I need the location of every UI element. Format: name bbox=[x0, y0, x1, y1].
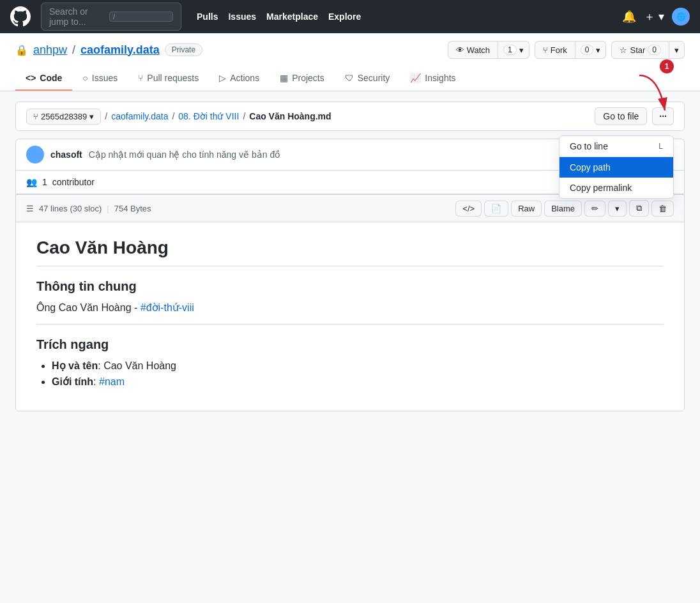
eye-icon: 👁 bbox=[456, 45, 464, 55]
commit-author[interactable]: chasoft bbox=[50, 149, 82, 160]
breadcrumb-bar: ⑂ 2565d28389 ▾ / caofamily.data / 08. Đờ… bbox=[15, 102, 685, 131]
breadcrumb: ⑂ 2565d28389 ▾ / caofamily.data / 08. Đờ… bbox=[26, 109, 331, 125]
repo-name[interactable]: caofamily.data bbox=[80, 43, 160, 57]
nav-links: Pulls Issues Marketplace Explore bbox=[197, 11, 361, 22]
github-logo[interactable] bbox=[10, 6, 31, 27]
fork-button[interactable]: ⑂ Fork bbox=[535, 41, 575, 59]
list-item: Họ và tên: Cao Văn Hoàng bbox=[52, 360, 664, 372]
star-count: 0 bbox=[648, 45, 661, 55]
tab-security-label: Security bbox=[358, 73, 390, 83]
file-title: Cao Văn Hoàng bbox=[36, 238, 664, 266]
commit-avatar bbox=[26, 146, 44, 164]
contributor-count: 1 bbox=[42, 177, 47, 187]
list-item-label-0: Họ và tên bbox=[52, 360, 98, 371]
annotation-1-wrapper: 1 bbox=[660, 59, 674, 73]
delete-button[interactable]: 🗑 bbox=[651, 201, 674, 217]
breadcrumb-folder[interactable]: 08. Đời thứ VIII bbox=[178, 111, 239, 121]
security-icon: 🛡 bbox=[345, 73, 354, 83]
star-group: ☆ Star 0 ▾ bbox=[611, 41, 685, 59]
repo-actions: 👁 Watch 1 ▾ ⑂ Fork 0 ▾ bbox=[448, 41, 685, 59]
annotation-badge-1: 1 bbox=[660, 59, 674, 73]
copy-path-item[interactable]: Copy path 2 bbox=[559, 157, 673, 178]
notifications-button[interactable]: 🔔 bbox=[622, 10, 636, 24]
star-chevron-button[interactable]: ▾ bbox=[669, 41, 685, 59]
actions-icon: ▷ bbox=[219, 73, 226, 83]
watch-count-button[interactable]: 1 ▾ bbox=[498, 41, 529, 59]
list-item-value-1[interactable]: #nam bbox=[99, 376, 125, 387]
section2-heading: Trích ngang bbox=[36, 337, 664, 352]
breadcrumb-file: Cao Văn Hoàng.md bbox=[249, 111, 331, 121]
copy-path-label: Copy path bbox=[570, 162, 611, 172]
nav-issues[interactable]: Issues bbox=[228, 11, 256, 22]
insights-icon: 📈 bbox=[410, 73, 421, 83]
copy-permalink-item[interactable]: Copy permalink bbox=[559, 178, 673, 198]
intro-link[interactable]: #đời-thứ-viii bbox=[141, 302, 194, 313]
code-icon: <> bbox=[26, 73, 36, 83]
section1-heading: Thông tin chung bbox=[36, 279, 664, 294]
star-chevron-icon: ▾ bbox=[674, 45, 679, 55]
avatar[interactable]: 🌐 bbox=[672, 8, 690, 26]
search-kbd: / bbox=[109, 11, 173, 22]
stats-separator: | bbox=[107, 204, 109, 213]
list-item-label-1: Giới tính bbox=[52, 376, 93, 387]
search-placeholder: Search or jump to... bbox=[49, 6, 105, 27]
search-bar[interactable]: Search or jump to... / bbox=[41, 3, 181, 31]
main-content: ⑂ 2565d28389 ▾ / caofamily.data / 08. Đờ… bbox=[0, 91, 700, 432]
intro-text: Ông Cao Văn Hoàng - bbox=[36, 302, 141, 313]
raw-button[interactable]: Raw bbox=[511, 201, 542, 217]
star-icon: ☆ bbox=[620, 45, 627, 55]
fork-count: 0 bbox=[581, 45, 594, 55]
edit-button[interactable]: ✏ bbox=[584, 201, 605, 217]
list-icon: ☰ bbox=[26, 204, 34, 213]
file-toolbar: ☰ 47 lines (30 sloc) | 754 Bytes </> 📄 R… bbox=[16, 195, 684, 222]
watch-label: Watch bbox=[467, 45, 490, 55]
preview-button[interactable]: 📄 bbox=[484, 201, 508, 217]
tab-security[interactable]: 🛡 Security bbox=[335, 66, 400, 91]
copy-permalink-label: Copy permalink bbox=[570, 183, 632, 193]
file-viewer: ☰ 47 lines (30 sloc) | 754 Bytes </> 📄 R… bbox=[15, 194, 685, 411]
tab-code[interactable]: <> Code bbox=[15, 66, 72, 91]
tab-projects-label: Projects bbox=[292, 73, 324, 83]
file-toolbar-buttons: </> 📄 Raw Blame ✏ ▾ ⧉ 🗑 bbox=[455, 200, 674, 217]
nav-pulls[interactable]: Pulls bbox=[197, 11, 218, 22]
edit-dropdown-button[interactable]: ▾ bbox=[608, 201, 627, 217]
branch-selector[interactable]: ⑂ 2565d28389 ▾ bbox=[26, 109, 101, 125]
file-list: Họ và tên: Cao Văn Hoàng Giới tính: #nam bbox=[36, 360, 664, 388]
arrow-2 bbox=[559, 158, 566, 177]
watch-group: 👁 Watch 1 ▾ bbox=[448, 41, 529, 59]
section-divider bbox=[36, 324, 664, 324]
repo-owner[interactable]: anhpw bbox=[33, 43, 67, 57]
go-to-line-item[interactable]: Go to line L bbox=[559, 136, 673, 156]
tab-insights[interactable]: 📈 Insights bbox=[400, 66, 466, 91]
tab-projects[interactable]: ▦ Projects bbox=[270, 66, 335, 91]
file-size: 754 Bytes bbox=[114, 204, 151, 213]
code-view-button[interactable]: </> bbox=[455, 201, 482, 217]
watch-chevron-icon: ▾ bbox=[519, 45, 524, 55]
star-button[interactable]: ☆ Star 0 bbox=[611, 41, 669, 59]
repo-title-row: 🔒 anhpw / caofamily.data Private 👁 Watch… bbox=[15, 41, 685, 59]
projects-icon: ▦ bbox=[280, 73, 288, 83]
list-item-value-0: Cao Văn Hoàng bbox=[103, 360, 176, 371]
intro-paragraph: Ông Cao Văn Hoàng - #đời-thứ-viii bbox=[36, 302, 664, 314]
tab-issues[interactable]: ○ Issues bbox=[72, 66, 128, 91]
breadcrumb-repo[interactable]: caofamily.data bbox=[111, 111, 168, 121]
repo-header: 🔒 anhpw / caofamily.data Private 👁 Watch… bbox=[0, 33, 700, 91]
blame-button[interactable]: Blame bbox=[544, 201, 582, 217]
copy-raw-button[interactable]: ⧉ bbox=[629, 200, 649, 217]
watch-button[interactable]: 👁 Watch bbox=[448, 41, 498, 59]
tab-insights-label: Insights bbox=[425, 73, 455, 83]
tab-pull-requests[interactable]: ⑂ Pull requests bbox=[128, 66, 209, 91]
tab-actions[interactable]: ▷ Actions bbox=[209, 66, 270, 91]
nav-explore[interactable]: Explore bbox=[328, 11, 361, 22]
top-navigation: Search or jump to... / Pulls Issues Mark… bbox=[0, 0, 700, 33]
fork-count-button[interactable]: 0 ▾ bbox=[575, 41, 607, 59]
lock-icon: 🔒 bbox=[15, 44, 28, 56]
fork-group: ⑂ Fork 0 ▾ bbox=[535, 41, 607, 59]
create-button[interactable]: ＋ ▾ bbox=[644, 9, 664, 24]
visibility-badge: Private bbox=[165, 43, 202, 56]
nav-marketplace[interactable]: Marketplace bbox=[266, 11, 318, 22]
commit-message: Cập nhật mới quan hệ cho tính năng vẽ bả… bbox=[89, 149, 280, 160]
issues-icon: ○ bbox=[82, 73, 88, 83]
go-to-line-shortcut: L bbox=[658, 142, 663, 151]
fork-chevron-icon: ▾ bbox=[596, 45, 600, 55]
